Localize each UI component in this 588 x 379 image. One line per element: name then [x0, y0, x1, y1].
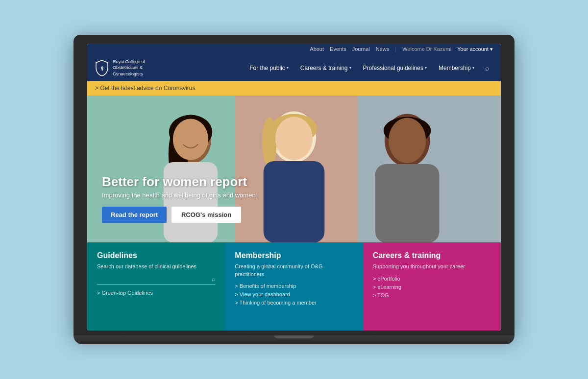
elearning-link[interactable]: > eLearning — [373, 284, 491, 290]
careers-card: Careers & training Supporting you throug… — [363, 242, 501, 331]
nav-guidelines[interactable]: Professional guidelines ▾ — [358, 62, 432, 74]
account-label: Your account — [457, 46, 489, 52]
search-icon[interactable]: ⌕ — [481, 61, 493, 75]
chevron-down-icon: ▾ — [425, 66, 427, 70]
events-link[interactable]: Events — [330, 46, 346, 52]
logo-text: Royal College of Obstetricians & Gynaeco… — [113, 59, 145, 77]
hero-buttons: Read the report RCOG's mission — [102, 207, 256, 223]
guidelines-description: Search our database of clinical guidelin… — [97, 263, 215, 270]
chevron-down-icon: ▾ — [287, 66, 289, 70]
screen-bezel: About Events Journal News | Welcome Dr K… — [74, 35, 514, 336]
eportfolio-link[interactable]: > ePortfolio — [373, 276, 491, 282]
corona-text: > Get the latest advice on Coronavirus — [95, 85, 195, 92]
logo-area[interactable]: ⚕ Royal College of Obstetricians & Gynae… — [95, 59, 145, 77]
dashboard-link[interactable]: > View your dashboard — [235, 291, 353, 297]
guidelines-search-input[interactable] — [97, 276, 212, 282]
svg-point-11 — [262, 118, 277, 166]
becoming-member-link[interactable]: > Thinking of becoming a member — [235, 300, 353, 306]
divider: | — [395, 46, 396, 52]
corona-banner[interactable]: > Get the latest advice on Coronavirus — [87, 81, 501, 95]
svg-point-12 — [275, 117, 313, 160]
svg-rect-17 — [375, 164, 440, 242]
nav-membership[interactable]: Membership ▾ — [434, 62, 479, 74]
chevron-down-icon: ▾ — [349, 66, 351, 70]
screen: About Events Journal News | Welcome Dr K… — [87, 44, 501, 331]
chevron-down-icon: ▾ — [472, 66, 474, 70]
careers-description: Supporting you throughout your career — [373, 263, 491, 270]
benefits-link[interactable]: > Benefits of membership — [235, 283, 353, 289]
careers-title: Careers & training — [373, 251, 491, 260]
welcome-text: Welcome Dr Kazemi — [402, 46, 451, 52]
main-nav: ⚕ Royal College of Obstetricians & Gynae… — [87, 55, 501, 81]
nav-items: For the public ▾ Careers & training ▾ Pr… — [245, 61, 493, 75]
guidelines-title: Guidelines — [97, 251, 215, 260]
tog-link[interactable]: > TOG — [373, 292, 491, 298]
about-link[interactable]: About — [310, 46, 324, 52]
read-report-button[interactable]: Read the report — [102, 207, 167, 223]
membership-title: Membership — [235, 251, 353, 260]
green-top-link[interactable]: > Green-top Guidelines — [97, 290, 215, 296]
utility-bar: About Events Journal News | Welcome Dr K… — [87, 44, 501, 55]
search-icon[interactable]: ⌕ — [212, 276, 215, 283]
guidelines-card: Guidelines Search our database of clinic… — [87, 242, 225, 331]
laptop-container: About Events Journal News | Welcome Dr K… — [74, 35, 514, 345]
nav-careers[interactable]: Careers & training ▾ — [295, 62, 356, 74]
account-chevron: ▾ — [490, 46, 493, 52]
svg-rect-13 — [264, 161, 325, 242]
hero-content: Better for women report Improving the he… — [102, 174, 256, 223]
hero-subtitle: Improving the health and wellbeing of gi… — [102, 191, 256, 199]
nav-public[interactable]: For the public ▾ — [245, 62, 294, 74]
news-link[interactable]: News — [376, 46, 390, 52]
membership-card: Membership Creating a global community o… — [225, 242, 363, 331]
guidelines-search[interactable]: ⌕ — [97, 276, 215, 285]
logo-shield-icon: ⚕ — [95, 60, 109, 76]
svg-point-7 — [173, 119, 208, 160]
laptop-base — [74, 335, 514, 344]
rcog-mission-button[interactable]: RCOG's mission — [172, 207, 241, 223]
hero-title: Better for women report — [102, 174, 256, 190]
journal-link[interactable]: Journal — [352, 46, 370, 52]
svg-point-16 — [389, 118, 426, 163]
cards-row: Guidelines Search our database of clinic… — [87, 242, 501, 331]
membership-description: Creating a global community of O&G pract… — [235, 263, 353, 278]
account-link[interactable]: Your account ▾ — [457, 46, 493, 52]
hero-section: Better for women report Improving the he… — [87, 95, 501, 242]
svg-text:⚕: ⚕ — [100, 65, 104, 72]
